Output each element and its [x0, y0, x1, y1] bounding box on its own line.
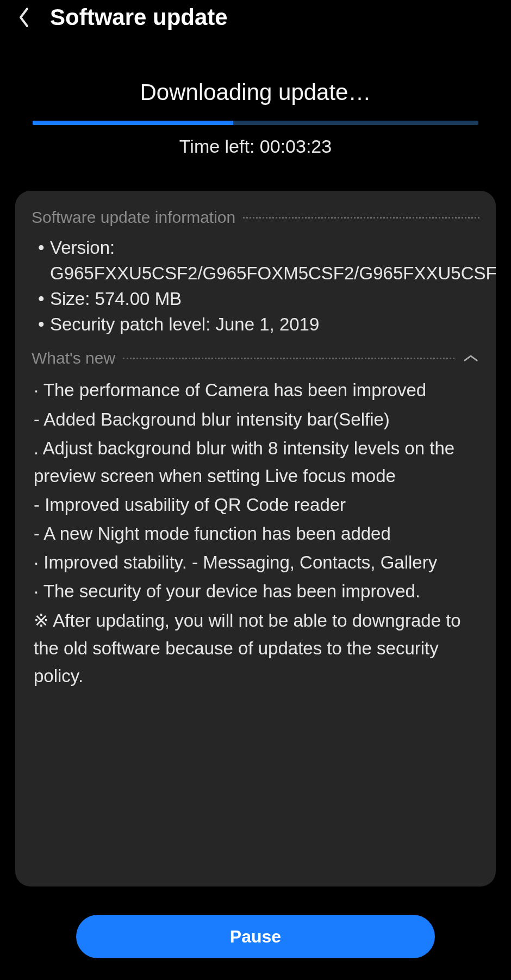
download-progress-fill: [33, 121, 233, 125]
info-list: Version: G965FXXU5CSF2/G965FOXM5CSF2/G96…: [32, 235, 479, 337]
whatsnew-line: - A new Night mode function has been add…: [34, 520, 479, 547]
info-section-label: Software update information: [32, 208, 235, 227]
info-version: Version: G965FXXU5CSF2/G965FOXM5CSF2/G96…: [34, 235, 479, 286]
update-info-card[interactable]: Software update information Version: G96…: [15, 191, 496, 887]
back-button[interactable]: [13, 7, 35, 28]
whatsnew-line: - Improved usability of QR Code reader: [34, 491, 479, 519]
whatsnew-line: · Improved stability. - Messaging, Conta…: [34, 548, 479, 576]
whatsnew-line: . Adjust background blur with 8 intensit…: [34, 434, 479, 490]
collapse-icon[interactable]: [462, 349, 479, 367]
info-section-header: Software update information: [32, 208, 479, 227]
pause-button[interactable]: Pause: [76, 915, 435, 958]
section-divider-dots: [123, 358, 454, 359]
whatsnew-section-header[interactable]: What's new: [32, 349, 479, 367]
whatsnew-body: · The performance of Camera has been imp…: [32, 376, 479, 690]
whatsnew-line: - Added Background blur intensity bar(Se…: [34, 405, 479, 433]
time-left-label: Time left: 00:03:23: [33, 136, 478, 157]
info-size: Size: 574.00 MB: [34, 286, 479, 312]
chevron-up-icon: [463, 353, 478, 363]
page-title: Software update: [50, 4, 228, 30]
whatsnew-line: · The performance of Camera has been imp…: [34, 376, 479, 404]
download-status-section: Downloading update… Time left: 00:03:23: [0, 40, 511, 173]
section-divider-dots: [243, 217, 479, 219]
whatsnew-line: · The security of your device has been i…: [34, 577, 479, 605]
whatsnew-section-label: What's new: [32, 349, 115, 367]
info-security: Security patch level: June 1, 2019: [34, 312, 479, 338]
download-status-text: Downloading update…: [33, 79, 478, 105]
chevron-left-icon: [17, 7, 31, 28]
whatsnew-line: ※ After updating, you will not be able t…: [34, 607, 479, 690]
download-progress-bar: [33, 121, 478, 125]
bottom-action-bar: Pause: [0, 915, 511, 958]
app-header: Software update: [0, 0, 511, 40]
